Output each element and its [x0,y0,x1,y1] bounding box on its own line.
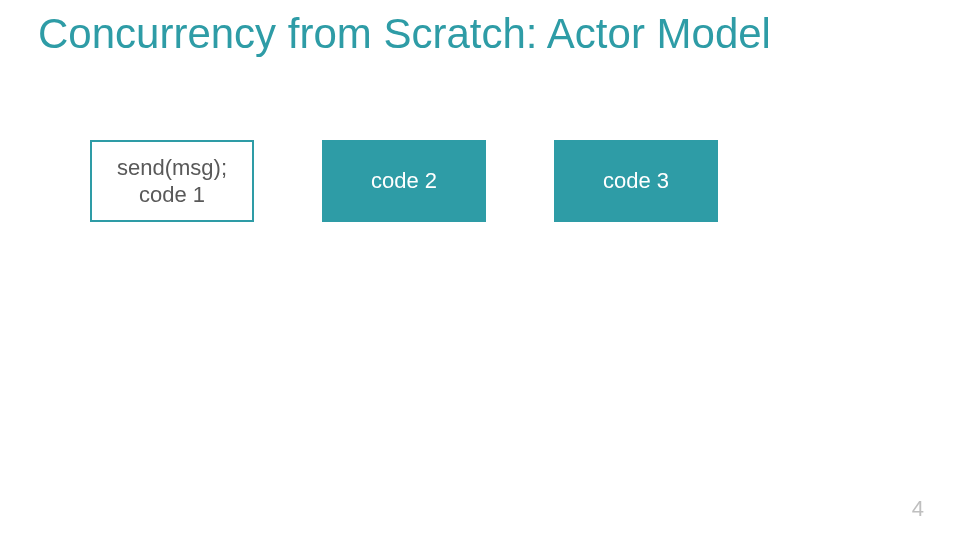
actor-box-1-text: send(msg); code 1 [117,154,227,209]
slide-title: Concurrency from Scratch: Actor Model [38,10,771,58]
actor-box-3-text: code 3 [603,167,669,195]
actor-box-2: code 2 [322,140,486,222]
actor-box-1-line1: send(msg); [117,155,227,180]
page-number: 4 [912,496,924,522]
box-row: send(msg); code 1 code 2 code 3 [90,140,870,222]
actor-box-1: send(msg); code 1 [90,140,254,222]
actor-box-3: code 3 [554,140,718,222]
actor-box-2-text: code 2 [371,167,437,195]
actor-box-1-line2: code 1 [139,182,205,207]
